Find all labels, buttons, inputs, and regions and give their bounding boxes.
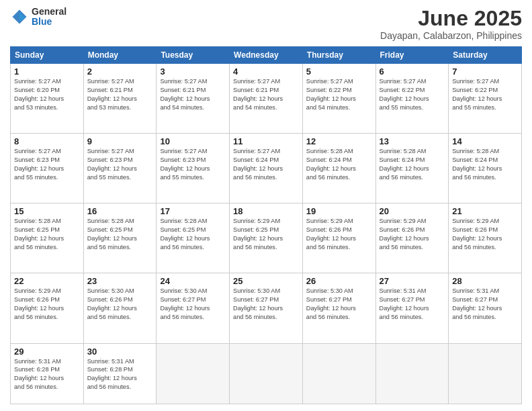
day-info: Sunrise: 5:27 AM Sunset: 6:21 PM Dayligh… [87, 77, 153, 112]
day-info: Sunrise: 5:29 AM Sunset: 6:26 PM Dayligh… [14, 287, 80, 322]
day-info: Sunrise: 5:28 AM Sunset: 6:25 PM Dayligh… [87, 217, 153, 252]
day-info: Sunrise: 5:30 AM Sunset: 6:27 PM Dayligh… [160, 287, 226, 322]
logo-general-label: General [32, 7, 66, 17]
logo-icon [10, 7, 29, 26]
table-row: 21Sunrise: 5:29 AM Sunset: 6:26 PM Dayli… [449, 203, 522, 273]
day-number: 13 [380, 136, 445, 146]
day-number: 5 [306, 66, 372, 77]
day-number: 18 [233, 206, 299, 216]
page: General Blue June 2025 Dayapan, Calabarz… [0, 0, 532, 411]
table-row: 18Sunrise: 5:29 AM Sunset: 6:25 PM Dayli… [230, 203, 303, 273]
table-row: 24Sunrise: 5:30 AM Sunset: 6:27 PM Dayli… [157, 273, 230, 343]
col-tuesday: Tuesday [157, 47, 230, 64]
day-number: 3 [160, 66, 226, 77]
table-row [302, 343, 375, 404]
day-info: Sunrise: 5:27 AM Sunset: 6:21 PM Dayligh… [233, 77, 299, 112]
calendar-table: Sunday Monday Tuesday Wednesday Thursday… [10, 46, 522, 404]
day-number: 4 [233, 66, 299, 77]
day-number: 8 [14, 136, 80, 146]
location: Dayapan, Calabarzon, Philippines [380, 30, 522, 41]
day-info: Sunrise: 5:27 AM Sunset: 6:20 PM Dayligh… [14, 77, 80, 112]
day-number: 30 [87, 347, 153, 357]
day-info: Sunrise: 5:31 AM Sunset: 6:28 PM Dayligh… [87, 357, 153, 392]
table-row: 1Sunrise: 5:27 AM Sunset: 6:20 PM Daylig… [11, 64, 84, 134]
day-info: Sunrise: 5:27 AM Sunset: 6:23 PM Dayligh… [160, 147, 226, 182]
day-number: 26 [306, 276, 372, 286]
day-number: 15 [14, 206, 80, 216]
day-info: Sunrise: 5:30 AM Sunset: 6:26 PM Dayligh… [87, 287, 153, 322]
table-row: 19Sunrise: 5:29 AM Sunset: 6:26 PM Dayli… [302, 203, 375, 273]
table-row: 6Sunrise: 5:27 AM Sunset: 6:22 PM Daylig… [375, 64, 449, 134]
col-wednesday: Wednesday [230, 47, 303, 64]
day-number: 25 [233, 276, 299, 286]
table-row: 3Sunrise: 5:27 AM Sunset: 6:21 PM Daylig… [157, 64, 230, 134]
table-row: 26Sunrise: 5:30 AM Sunset: 6:27 PM Dayli… [302, 273, 375, 343]
day-number: 21 [452, 206, 518, 216]
day-number: 2 [87, 66, 153, 77]
table-row: 17Sunrise: 5:28 AM Sunset: 6:25 PM Dayli… [157, 203, 230, 273]
day-info: Sunrise: 5:30 AM Sunset: 6:27 PM Dayligh… [233, 287, 299, 322]
table-row: 22Sunrise: 5:29 AM Sunset: 6:26 PM Dayli… [11, 273, 84, 343]
table-row: 30Sunrise: 5:31 AM Sunset: 6:28 PM Dayli… [83, 343, 157, 404]
day-info: Sunrise: 5:31 AM Sunset: 6:27 PM Dayligh… [452, 287, 518, 322]
day-number: 1 [14, 66, 80, 77]
day-info: Sunrise: 5:29 AM Sunset: 6:26 PM Dayligh… [452, 217, 518, 252]
table-row: 27Sunrise: 5:31 AM Sunset: 6:27 PM Dayli… [375, 273, 449, 343]
day-number: 23 [87, 276, 153, 286]
header-row: Sunday Monday Tuesday Wednesday Thursday… [11, 47, 522, 64]
day-number: 19 [306, 206, 372, 216]
day-number: 10 [160, 136, 226, 146]
day-info: Sunrise: 5:28 AM Sunset: 6:25 PM Dayligh… [14, 217, 80, 252]
logo-blue-label: Blue [32, 17, 66, 27]
table-row: 16Sunrise: 5:28 AM Sunset: 6:25 PM Dayli… [83, 203, 157, 273]
day-info: Sunrise: 5:29 AM Sunset: 6:26 PM Dayligh… [306, 217, 372, 252]
table-row: 14Sunrise: 5:28 AM Sunset: 6:24 PM Dayli… [449, 134, 522, 203]
table-row: 29Sunrise: 5:31 AM Sunset: 6:28 PM Dayli… [11, 343, 84, 404]
table-row: 8Sunrise: 5:27 AM Sunset: 6:23 PM Daylig… [11, 134, 84, 203]
day-info: Sunrise: 5:31 AM Sunset: 6:27 PM Dayligh… [380, 287, 445, 322]
day-number: 29 [14, 347, 80, 357]
table-row: 28Sunrise: 5:31 AM Sunset: 6:27 PM Dayli… [449, 273, 522, 343]
day-number: 7 [452, 66, 518, 77]
day-number: 20 [380, 206, 445, 216]
table-row: 9Sunrise: 5:27 AM Sunset: 6:23 PM Daylig… [83, 134, 157, 203]
table-row: 5Sunrise: 5:27 AM Sunset: 6:22 PM Daylig… [302, 64, 375, 134]
table-row: 2Sunrise: 5:27 AM Sunset: 6:21 PM Daylig… [83, 64, 157, 134]
table-row: 13Sunrise: 5:28 AM Sunset: 6:24 PM Dayli… [375, 134, 449, 203]
day-info: Sunrise: 5:27 AM Sunset: 6:23 PM Dayligh… [87, 147, 153, 182]
day-info: Sunrise: 5:27 AM Sunset: 6:21 PM Dayligh… [160, 77, 226, 112]
day-number: 22 [14, 276, 80, 286]
month-title: June 2025 [380, 7, 522, 30]
table-row: 23Sunrise: 5:30 AM Sunset: 6:26 PM Dayli… [83, 273, 157, 343]
day-number: 28 [452, 276, 518, 286]
header: General Blue June 2025 Dayapan, Calabarz… [10, 7, 522, 41]
day-number: 27 [380, 276, 445, 286]
day-number: 16 [87, 206, 153, 216]
table-row: 12Sunrise: 5:28 AM Sunset: 6:24 PM Dayli… [302, 134, 375, 203]
day-number: 17 [160, 206, 226, 216]
day-number: 12 [306, 136, 372, 146]
day-info: Sunrise: 5:27 AM Sunset: 6:22 PM Dayligh… [380, 77, 445, 112]
table-row [230, 343, 303, 404]
day-number: 11 [233, 136, 299, 146]
day-info: Sunrise: 5:28 AM Sunset: 6:24 PM Dayligh… [306, 147, 372, 182]
day-info: Sunrise: 5:27 AM Sunset: 6:23 PM Dayligh… [14, 147, 80, 182]
logo: General Blue [10, 7, 66, 28]
day-number: 6 [380, 66, 445, 77]
logo-text: General Blue [32, 7, 66, 28]
table-row: 11Sunrise: 5:27 AM Sunset: 6:24 PM Dayli… [230, 134, 303, 203]
table-row: 4Sunrise: 5:27 AM Sunset: 6:21 PM Daylig… [230, 64, 303, 134]
table-row: 20Sunrise: 5:29 AM Sunset: 6:26 PM Dayli… [375, 203, 449, 273]
day-number: 9 [87, 136, 153, 146]
day-info: Sunrise: 5:27 AM Sunset: 6:22 PM Dayligh… [452, 77, 518, 112]
table-row: 15Sunrise: 5:28 AM Sunset: 6:25 PM Dayli… [11, 203, 84, 273]
day-number: 14 [452, 136, 518, 146]
day-info: Sunrise: 5:31 AM Sunset: 6:28 PM Dayligh… [14, 357, 80, 392]
table-row [449, 343, 522, 404]
day-info: Sunrise: 5:28 AM Sunset: 6:24 PM Dayligh… [380, 147, 445, 182]
col-saturday: Saturday [449, 47, 522, 64]
table-row [157, 343, 230, 404]
day-info: Sunrise: 5:30 AM Sunset: 6:27 PM Dayligh… [306, 287, 372, 322]
col-sunday: Sunday [11, 47, 84, 64]
table-row: 10Sunrise: 5:27 AM Sunset: 6:23 PM Dayli… [157, 134, 230, 203]
